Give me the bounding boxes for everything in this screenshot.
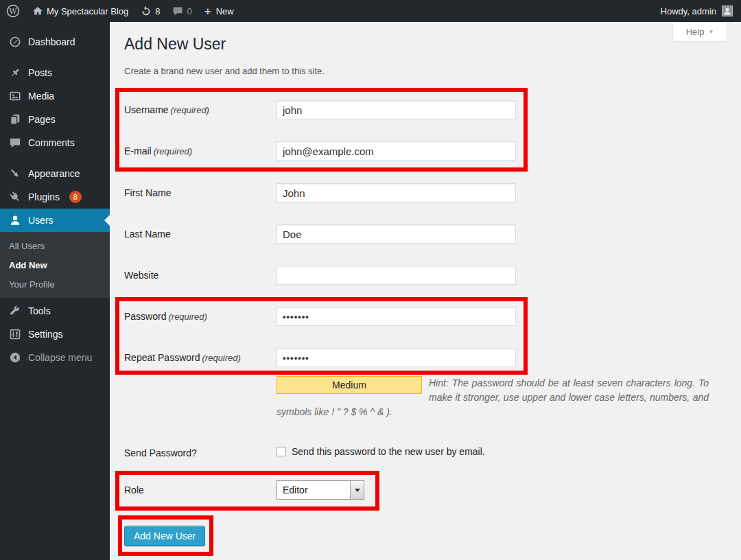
updates-indicator[interactable]: 8	[134, 0, 166, 22]
sidebar-item-media[interactable]: Media	[0, 84, 110, 108]
plugin-icon	[8, 190, 22, 204]
site-name-link[interactable]: My Spectacular Blog	[26, 0, 134, 22]
role-selected-value: Editor	[277, 485, 350, 495]
admin-bar: W My Spectacular Blog 8 0 + New Howdy, a…	[0, 0, 741, 22]
plus-icon: +	[204, 5, 211, 17]
settings-icon	[8, 327, 22, 341]
sidebar-item-label: Users	[28, 215, 54, 226]
site-name-label: My Spectacular Blog	[47, 6, 128, 16]
paintbrush-icon	[8, 167, 22, 180]
sidebar-item-label: Tools	[28, 305, 51, 316]
first-name-label: First Name	[124, 183, 272, 202]
comments-indicator[interactable]: 0	[166, 0, 198, 22]
send-password-label: Send Password?	[124, 446, 272, 460]
page-subtitle: Create a brand new user and add them to …	[124, 66, 325, 76]
comment-count: 0	[187, 6, 191, 16]
svg-text:W: W	[9, 7, 17, 16]
sidebar-item-label: Comments	[28, 137, 75, 148]
select-dropdown-button[interactable]	[350, 481, 364, 499]
website-input[interactable]	[277, 266, 516, 285]
sidebar-item-label: Media	[28, 91, 54, 102]
sidebar-item-dashboard[interactable]: Dashboard	[0, 30, 110, 54]
chevron-down-icon	[355, 489, 360, 492]
pushpin-icon	[8, 66, 22, 80]
sidebar-item-label: Collapse menu	[28, 352, 92, 363]
new-label: New	[216, 6, 234, 16]
password-input[interactable]	[277, 307, 516, 326]
website-label: Website	[124, 266, 272, 285]
send-password-checkbox-label: Send this password to the new user by em…	[292, 446, 485, 457]
chevron-down-icon: ▼	[708, 29, 714, 35]
sidebar-item-label: Posts	[28, 67, 52, 78]
sidebar-item-label: Dashboard	[28, 36, 75, 47]
main-content: Add New User Create a brand new user and…	[110, 22, 741, 560]
role-select[interactable]: Editor	[277, 480, 364, 500]
sidebar-item-label: Appearance	[28, 168, 80, 179]
last-name-label: Last Name	[124, 224, 272, 244]
sidebar-item-pages[interactable]: Pages	[0, 108, 110, 131]
account-menu[interactable]: Howdy, admin	[661, 6, 716, 16]
sidebar-item-plugins[interactable]: Plugins 8	[0, 185, 110, 209]
sidebar-item-posts[interactable]: Posts	[0, 61, 110, 84]
help-label: Help	[686, 27, 705, 37]
send-password-checkbox[interactable]	[277, 447, 286, 456]
sidebar-item-collapse-menu[interactable]: Collapse menu	[0, 346, 110, 369]
sidebar-item-label: Settings	[28, 329, 63, 340]
email-input[interactable]	[277, 141, 516, 161]
role-label: Role	[124, 480, 272, 500]
repeat-password-input[interactable]	[277, 348, 516, 367]
user-icon	[8, 213, 22, 227]
users-submenu: All Users Add New Your Profile	[0, 232, 110, 298]
sidebar-item-label: Plugins	[28, 191, 60, 202]
media-icon	[8, 89, 22, 103]
collapse-icon	[8, 351, 22, 364]
avatar[interactable]	[722, 5, 733, 16]
sidebar-item-appearance[interactable]: Appearance	[0, 162, 110, 185]
wrench-icon	[8, 304, 22, 318]
update-icon	[141, 5, 152, 16]
username-input[interactable]	[277, 100, 516, 119]
update-count: 8	[155, 6, 160, 16]
password-strength-area: Medium Hint: The password should be at l…	[277, 376, 709, 419]
sidebar-item-tools[interactable]: Tools	[0, 299, 110, 323]
sidebar-item-users[interactable]: Users	[0, 209, 110, 232]
home-icon	[32, 5, 43, 16]
page-title: Add New User	[124, 35, 226, 54]
last-name-input[interactable]	[277, 224, 516, 244]
sidebar-item-comments[interactable]: Comments	[0, 131, 110, 154]
password-label: Password(required)	[124, 307, 272, 327]
pages-icon	[8, 113, 22, 126]
first-name-input[interactable]	[277, 183, 516, 202]
wordpress-logo-icon: W	[6, 4, 20, 18]
new-content-button[interactable]: + New	[198, 0, 240, 22]
current-menu-arrow	[104, 215, 110, 226]
plugins-update-badge: 8	[69, 191, 82, 203]
password-strength-meter: Medium	[277, 376, 422, 394]
username-label: Username(required)	[124, 100, 272, 120]
help-button[interactable]: Help ▼	[672, 23, 727, 42]
comments-icon	[8, 136, 22, 150]
comment-bubble-icon	[172, 5, 183, 16]
email-label: E-mail(required)	[124, 141, 272, 161]
submenu-item-your-profile[interactable]: Your Profile	[0, 275, 110, 294]
sidebar-item-settings[interactable]: Settings	[0, 323, 110, 346]
dashboard-icon	[8, 35, 22, 49]
submenu-item-all-users[interactable]: All Users	[0, 236, 110, 255]
sidebar-item-label: Pages	[28, 114, 56, 125]
add-new-user-button[interactable]: Add New User	[124, 526, 205, 546]
sidebar: Dashboard Posts Media Pages Comments	[0, 22, 110, 560]
submenu-item-add-new[interactable]: Add New	[0, 255, 110, 275]
repeat-password-label: Repeat Password(required)	[124, 348, 272, 368]
wordpress-logo-button[interactable]: W	[0, 0, 26, 22]
